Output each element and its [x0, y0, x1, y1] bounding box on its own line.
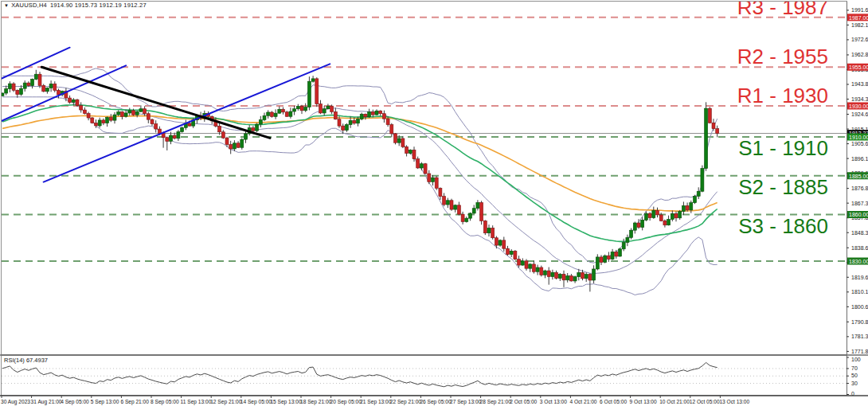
rsi-axis-tick-label: 50 — [851, 373, 858, 378]
time-axis-label: 6 Oct 05:00 — [600, 399, 627, 404]
svg-text:1955.00: 1955.00 — [849, 64, 868, 70]
time-axis-label: 21 Sep 13:00 — [360, 399, 392, 405]
price-axis-tick-label: 1943.85 — [851, 81, 868, 87]
price-axis-tick-label: 1982.10 — [851, 22, 868, 28]
level-label-R3: R3 - 1987 — [737, 0, 828, 19]
candle — [708, 107, 711, 123]
price-axis-tick-label: 1781.35 — [851, 334, 868, 339]
symbol-ohlc-values: 1914.90 1915.73 1912.19 1912.27 — [50, 2, 147, 9]
time-axis-label: 8 Sep 05:00 — [151, 399, 179, 405]
svg-text:1910.00: 1910.00 — [849, 135, 868, 140]
candle — [394, 133, 397, 144]
price-axis-tick-label: 1962.85 — [851, 52, 868, 57]
candle — [315, 77, 319, 107]
candle — [619, 248, 622, 256]
rsi-axis-tick-label: 100 — [851, 357, 861, 362]
price-axis-tick-label: 1991.60 — [851, 7, 868, 13]
level-label-R2: R2 - 1955 — [737, 45, 828, 68]
time-axis-label: 10 Oct 21:00 — [659, 399, 690, 404]
price-axis-tick-label: 1810.10 — [851, 289, 868, 295]
time-axis-label: 18 Sep 21:00 — [300, 399, 332, 405]
time-axis-label: 27 Sep 13:00 — [450, 399, 482, 405]
svg-text:1930.00: 1930.00 — [849, 103, 868, 109]
price-level-badge: 1910.00 — [847, 134, 868, 141]
candle — [181, 127, 184, 133]
svg-text:1987.00: 1987.00 — [849, 15, 868, 21]
candle — [604, 255, 607, 264]
candle — [701, 166, 704, 193]
time-axis-label: 31 Aug 21:00 — [31, 399, 62, 405]
price-axis-tick-label: 1848.35 — [851, 230, 868, 236]
candle — [483, 220, 487, 235]
price-chart-canvas[interactable]: R3 - 1987R2 - 1955R1 - 1930S1 - 1910S2 -… — [0, 0, 868, 406]
rsi-axis-tick-label: 70 — [851, 365, 858, 371]
candle — [424, 163, 427, 174]
time-axis-label: 15 Sep 13:00 — [270, 399, 302, 405]
time-axis-label: 4 Sep 05:00 — [61, 399, 89, 405]
level-label-S2: S2 - 1885 — [738, 175, 828, 199]
price-axis-tick-label: 1838.60 — [851, 245, 868, 251]
time-axis-label: 9 Oct 13:00 — [630, 399, 657, 404]
price-level-badge: 1830.00 — [847, 258, 868, 265]
time-axis-label: 2 Oct 05:00 — [510, 399, 537, 404]
price-axis-tick-label: 1867.35 — [851, 201, 868, 206]
time-axis-label: 28 Sep 21:00 — [480, 399, 512, 405]
price-level-badge: 1955.00 — [847, 64, 868, 71]
time-axis-label: 6 Sep 21:00 — [120, 399, 149, 405]
price-axis-tick-label: 1771.85 — [851, 349, 868, 354]
rsi-indicator-label: RSI(14) 67.4937 — [4, 357, 48, 364]
main-pane-border — [2, 2, 847, 355]
candle — [705, 102, 708, 170]
price-axis-tick-label: 1800.60 — [851, 304, 868, 310]
svg-text:1885.00: 1885.00 — [849, 174, 868, 179]
price-level-badge: 1987.00 — [847, 14, 868, 21]
candle — [480, 201, 483, 224]
time-axis-label: 5 Sep 13:00 — [91, 399, 119, 405]
level-label-S3: S3 - 1860 — [738, 214, 828, 238]
time-axis-label: 13 Oct 13:00 — [719, 399, 749, 404]
candle — [91, 117, 94, 123]
price-level-badge: 1885.00 — [847, 172, 868, 179]
price-axis-tick-label: 1819.60 — [851, 275, 868, 280]
time-axis-label: 4 Oct 21:00 — [569, 399, 596, 404]
time-axis-label: 30 Aug 2023 — [1, 399, 30, 405]
candle — [694, 195, 697, 204]
trading-chart-window: R3 - 1987R2 - 1955R1 - 1930S1 - 1910S2 -… — [0, 0, 868, 406]
symbol-info-bar: ▼XAUUSD,H41914.90 1915.73 1912.19 1912.2… — [4, 2, 150, 9]
price-axis-tick-label: 1924.60 — [851, 111, 868, 117]
time-axis-label: 20 Sep 05:00 — [330, 399, 362, 405]
price-axis-tick-label: 1905.60 — [851, 141, 868, 146]
svg-text:1860.00: 1860.00 — [849, 212, 868, 217]
price-level-badge: 1930.00 — [847, 103, 868, 110]
time-axis-label: 11 Sep 13:00 — [181, 399, 212, 405]
time-axis-label: 3 Oct 13:00 — [540, 399, 567, 404]
time-axis-label: 14 Sep 05:00 — [240, 399, 272, 405]
candle — [256, 123, 259, 132]
time-axis-label: 22 Sep 21:00 — [390, 399, 422, 405]
rsi-pane-border — [2, 356, 847, 396]
level-label-R1: R1 - 1930 — [737, 84, 828, 107]
price-axis-tick-label: 1790.85 — [851, 319, 868, 325]
time-axis-label: 26 Sep 05:00 — [420, 399, 452, 405]
symbol-label: XAUUSD,H4 — [11, 2, 47, 9]
candle — [38, 72, 41, 88]
level-label-S1: S1 - 1910 — [738, 136, 828, 160]
price-axis-tick-label: 1934.35 — [851, 96, 868, 102]
price-axis-tick-label: 1972.60 — [851, 37, 868, 42]
symbol-dropdown-icon[interactable]: ▼ — [4, 3, 9, 8]
price-axis-tick-label: 1896.10 — [851, 156, 868, 162]
price-axis-tick-label: 1876.85 — [851, 185, 868, 191]
time-axis-label: 12 Sep 21:00 — [210, 399, 242, 405]
candle — [76, 99, 79, 107]
candle — [435, 176, 438, 190]
svg-text:1830.00: 1830.00 — [849, 259, 868, 264]
candle — [307, 76, 311, 110]
price-level-badge: 1860.00 — [847, 211, 868, 218]
time-axis-label: 12 Oct 05:00 — [690, 399, 720, 404]
rsi-axis-tick-label: 30 — [851, 381, 858, 386]
candle — [450, 199, 453, 211]
candle — [514, 250, 517, 260]
